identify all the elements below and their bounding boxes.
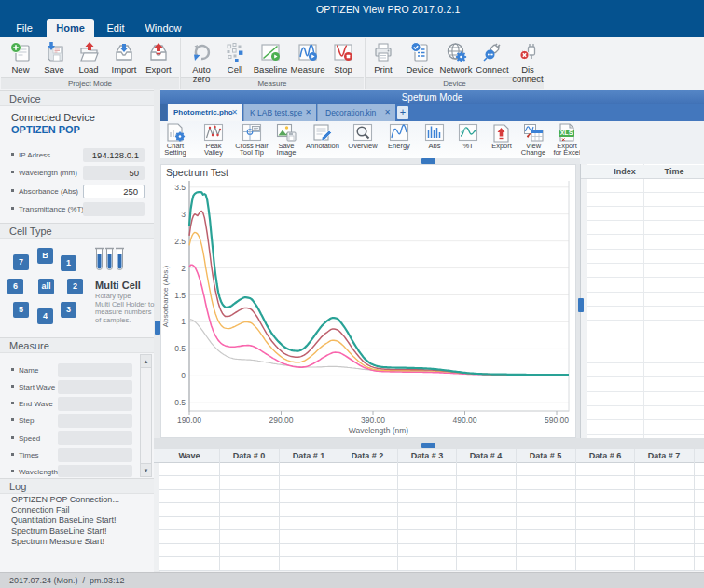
svg-text:Wavelength (nm): Wavelength (nm) xyxy=(349,426,409,435)
svg-text:Absorbance (Abs.): Absorbance (Abs.) xyxy=(161,266,170,328)
svg-text:290.00: 290.00 xyxy=(269,416,294,425)
svg-text:0.5: 0.5 xyxy=(174,344,186,353)
svg-text:390.00: 390.00 xyxy=(361,416,385,425)
svg-text:Spectrum Test: Spectrum Test xyxy=(166,167,228,178)
svg-text:XLS: XLS xyxy=(560,130,573,136)
svg-text:490.00: 490.00 xyxy=(453,416,477,425)
svg-text:590.00: 590.00 xyxy=(545,416,569,425)
svg-text:1: 1 xyxy=(181,317,186,326)
svg-text:1.5: 1.5 xyxy=(174,291,186,300)
svg-text:-0.5: -0.5 xyxy=(172,398,186,407)
svg-text:2: 2 xyxy=(181,264,186,273)
svg-text:190.00: 190.00 xyxy=(177,416,201,425)
svg-text:3.5: 3.5 xyxy=(174,183,186,192)
svg-text:2.5: 2.5 xyxy=(174,237,186,246)
svg-text:3: 3 xyxy=(181,210,186,219)
svg-text:0: 0 xyxy=(181,371,186,380)
